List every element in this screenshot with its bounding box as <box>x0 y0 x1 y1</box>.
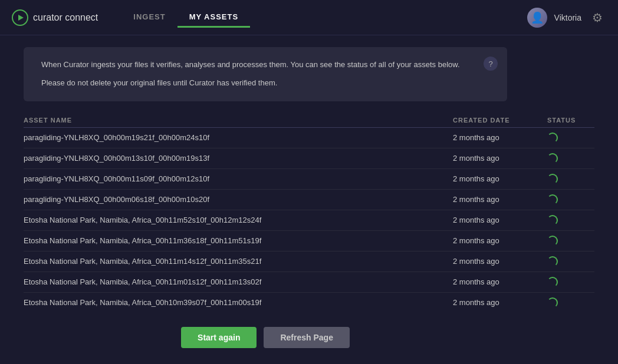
username: Viktoria <box>554 13 581 22</box>
table-row: paragliding-YNLH8XQ_00h00m11s09f_00h00m1… <box>24 169 594 190</box>
status-spinner <box>547 153 558 164</box>
row-status <box>547 236 594 246</box>
row-created-date: 2 months ago <box>453 174 547 183</box>
table-row: paragliding-YNLH8XQ_00h00m19s21f_00h00m2… <box>24 128 594 148</box>
row-asset-name: paragliding-YNLH8XQ_00h00m11s09f_00h00m1… <box>24 174 453 183</box>
status-spinner <box>547 194 558 205</box>
status-spinner <box>547 236 558 246</box>
main-content: When Curator ingests your files it verif… <box>0 35 618 360</box>
button-row: Start again Refresh Page <box>24 327 507 348</box>
row-created-date: 2 months ago <box>453 277 547 286</box>
row-asset-name: Etosha National Park, Namibia, Africa_00… <box>24 236 453 245</box>
table-row: Etosha National Park, Namibia, Africa_00… <box>24 272 594 293</box>
status-spinner <box>547 133 558 143</box>
status-spinner <box>547 297 558 308</box>
row-created-date: 2 months ago <box>453 133 547 142</box>
row-created-date: 2 months ago <box>453 154 547 163</box>
row-created-date: 2 months ago <box>453 298 547 307</box>
row-status <box>547 174 594 184</box>
status-spinner <box>547 215 558 226</box>
table-row: Etosha National Park, Namibia, Africa_00… <box>24 293 594 313</box>
col-header-name: ASSET NAME <box>24 117 453 124</box>
status-spinner <box>547 174 558 184</box>
row-asset-name: paragliding-YNLH8XQ_00h00m13s10f_00h00m1… <box>24 154 453 163</box>
status-spinner <box>547 277 558 287</box>
logo-area: curator connect <box>12 9 98 26</box>
tab-ingest[interactable]: INGEST <box>121 8 177 28</box>
row-status <box>547 277 594 287</box>
col-header-status: STATUS <box>547 117 594 124</box>
header-right: 👤 Viktoria ⚙ <box>527 8 606 28</box>
row-status <box>547 194 594 205</box>
settings-icon[interactable]: ⚙ <box>589 9 606 27</box>
row-status <box>547 153 594 164</box>
tab-my-assets[interactable]: MY ASSETS <box>177 8 250 28</box>
row-created-date: 2 months ago <box>453 195 547 204</box>
col-header-date: CREATED DATE <box>453 117 547 124</box>
table-row: paragliding-YNLH8XQ_00h00m13s10f_00h00m1… <box>24 148 594 169</box>
row-created-date: 2 months ago <box>453 257 547 266</box>
start-again-button[interactable]: Start again <box>181 327 257 348</box>
refresh-page-button[interactable]: Refresh Page <box>264 327 349 348</box>
table-header: ASSET NAME CREATED DATE STATUS <box>24 113 594 128</box>
help-icon[interactable]: ? <box>484 57 498 71</box>
row-asset-name: Etosha National Park, Namibia, Africa_00… <box>24 298 453 307</box>
row-created-date: 2 months ago <box>453 216 547 224</box>
row-status <box>547 297 594 308</box>
nav-tabs: INGEST MY ASSETS <box>121 8 527 28</box>
avatar: 👤 <box>527 8 547 28</box>
row-asset-name: Etosha National Park, Namibia, Africa_00… <box>24 277 453 286</box>
info-line-2: Please do not delete your original files… <box>41 77 489 90</box>
table-row: paragliding-YNLH8XQ_00h00m06s18f_00h00m1… <box>24 190 594 210</box>
logo-text: curator connect <box>33 12 98 23</box>
row-status <box>547 256 594 267</box>
status-spinner <box>547 256 558 267</box>
row-status <box>547 215 594 226</box>
row-asset-name: paragliding-YNLH8XQ_00h00m19s21f_00h00m2… <box>24 133 453 142</box>
row-asset-name: Etosha National Park, Namibia, Africa_00… <box>24 257 453 266</box>
row-asset-name: Etosha National Park, Namibia, Africa_00… <box>24 216 453 224</box>
logo-icon <box>12 9 28 26</box>
row-created-date: 2 months ago <box>453 236 547 245</box>
table-row: Etosha National Park, Namibia, Africa_00… <box>24 210 594 231</box>
info-line-1: When Curator ingests your files it verif… <box>41 59 489 71</box>
header: curator connect INGEST MY ASSETS 👤 Vikto… <box>0 0 618 35</box>
row-status <box>547 133 594 143</box>
info-box: When Curator ingests your files it verif… <box>24 47 507 101</box>
table-row: Etosha National Park, Namibia, Africa_00… <box>24 231 594 252</box>
table-body: paragliding-YNLH8XQ_00h00m19s21f_00h00m2… <box>24 128 594 313</box>
row-asset-name: paragliding-YNLH8XQ_00h00m06s18f_00h00m1… <box>24 195 453 204</box>
table-row: Etosha National Park, Namibia, Africa_00… <box>24 252 594 272</box>
